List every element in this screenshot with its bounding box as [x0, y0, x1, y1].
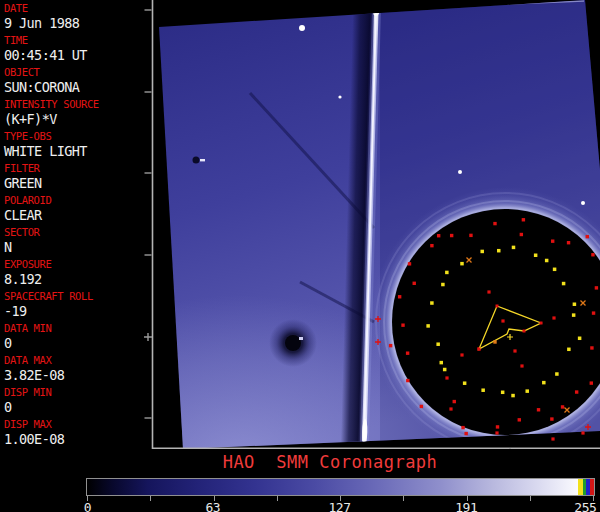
colorbar-tick — [530, 496, 531, 501]
metadata-field: TYPE-OBS WHITE LIGHT — [4, 130, 140, 162]
metadata-field: SPACECRAFT ROLL -19 — [4, 290, 140, 322]
metadata-field: EXPOSURE 8.192 — [4, 258, 140, 290]
field-value: 1.00E-08 — [4, 431, 140, 448]
field-label: FILTER — [4, 162, 140, 175]
metadata-field: OBJECT SUN:CORONA — [4, 66, 140, 98]
colorbar-tick-label: 0 — [84, 500, 91, 512]
field-value: GREEN — [4, 175, 140, 192]
metadata-field: DISP MIN 0 — [4, 386, 140, 418]
intensity-colorbar — [86, 478, 595, 496]
field-value: WHITE LIGHT — [4, 143, 140, 160]
colorbar-tick — [150, 496, 151, 501]
metadata-field: DISP MAX 1.00E-08 — [4, 418, 140, 450]
colorbar-tick — [403, 496, 404, 501]
viewer-window: DATE 9 Jun 1988 TIME 00:45:41 UT OBJECT … — [0, 0, 600, 512]
field-label: EXPOSURE — [4, 258, 140, 271]
field-label: INTENSITY SOURCE — [4, 98, 140, 111]
field-label: DISP MIN — [4, 386, 140, 399]
colorbar-tick — [277, 496, 278, 501]
field-value: -19 — [4, 303, 140, 320]
field-value: SUN:CORONA — [4, 79, 140, 96]
colorbar-tick-label: 127 — [329, 500, 351, 512]
field-label: DISP MAX — [4, 418, 140, 431]
colorbar-tick-label: 191 — [455, 500, 477, 512]
field-label: TYPE-OBS — [4, 130, 140, 143]
metadata-panel: DATE 9 Jun 1988 TIME 00:45:41 UT OBJECT … — [0, 0, 140, 449]
field-label: TIME — [4, 34, 140, 47]
field-value: (K+F)*V — [4, 111, 140, 128]
field-value: 0 — [4, 399, 140, 416]
field-label: DATA MAX — [4, 354, 140, 367]
colorbar-gradient — [87, 479, 594, 495]
metadata-field: SECTOR N — [4, 226, 140, 258]
field-value: 0 — [4, 335, 140, 352]
field-value: N — [4, 239, 140, 256]
field-label: DATA MIN — [4, 322, 140, 335]
colorbar-saturation-stripe — [590, 479, 594, 495]
metadata-field: DATA MAX 3.82E-08 — [4, 354, 140, 386]
metadata-field: FILTER GREEN — [4, 162, 140, 194]
colorbar-tick-label: 255 — [574, 500, 596, 512]
field-label: SECTOR — [4, 226, 140, 239]
metadata-field: DATE 9 Jun 1988 — [4, 2, 140, 34]
field-label: POLAROID — [4, 194, 140, 207]
field-label: DATE — [4, 2, 140, 15]
field-value: 9 Jun 1988 — [4, 15, 140, 32]
field-label: SPACECRAFT ROLL — [4, 290, 140, 303]
metadata-field: INTENSITY SOURCE (K+F)*V — [4, 98, 140, 130]
metadata-field: DATA MIN 0 — [4, 322, 140, 354]
coronagraph-image — [140, 0, 600, 449]
metadata-field: TIME 00:45:41 UT — [4, 34, 140, 66]
metadata-field: POLAROID CLEAR — [4, 194, 140, 226]
field-value: 8.192 — [4, 271, 140, 288]
field-value: 00:45:41 UT — [4, 47, 140, 64]
field-value: CLEAR — [4, 207, 140, 224]
colorbar-tick-label: 63 — [205, 500, 220, 512]
image-title: HAO SMM Coronagraph — [60, 452, 600, 472]
field-label: OBJECT — [4, 66, 140, 79]
field-value: 3.82E-08 — [4, 367, 140, 384]
